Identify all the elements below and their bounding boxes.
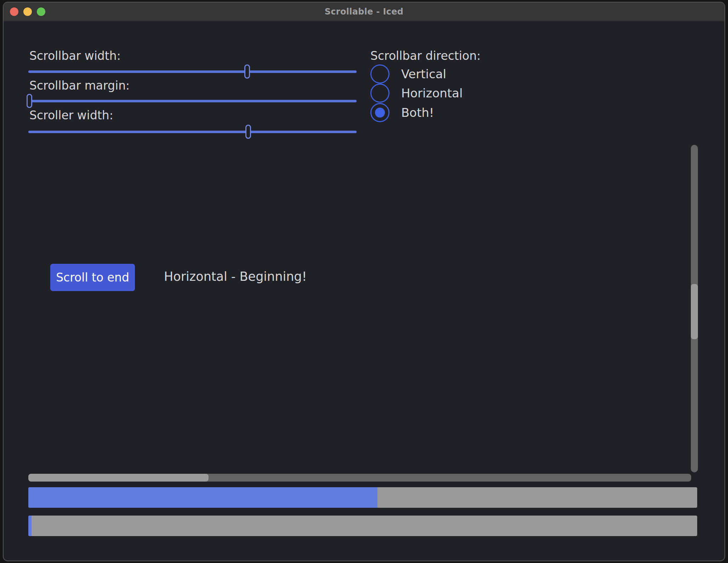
radio-vertical[interactable]: Vertical <box>370 64 446 84</box>
content-area: Scrollbar width: Scrollbar margin: Scrol… <box>4 22 724 561</box>
vertical-scrollbar-thumb[interactable] <box>691 284 698 339</box>
scrollbar-margin-slider[interactable] <box>28 93 357 109</box>
progress-fill <box>28 487 377 508</box>
radio-vertical-label: Vertical <box>401 67 446 81</box>
radio-button-icon[interactable] <box>370 103 389 122</box>
minimize-icon[interactable] <box>23 7 32 16</box>
horizontal-progress-bar <box>28 487 697 508</box>
radio-button-icon[interactable] <box>370 64 389 84</box>
vertical-scrollbar[interactable] <box>691 145 698 472</box>
app-window: Scrollable - Iced Scrollbar width: Scrol… <box>3 2 725 561</box>
zoom-icon[interactable] <box>37 7 45 16</box>
vertical-progress-bar <box>28 516 697 536</box>
scrollbar-width-slider[interactable] <box>28 64 357 79</box>
scroll-status-text: Horizontal - Beginning! <box>164 269 307 284</box>
close-icon[interactable] <box>10 7 18 16</box>
slider-track[interactable] <box>28 70 357 73</box>
horizontal-scrollbar[interactable] <box>28 474 691 482</box>
traffic-lights <box>10 2 45 21</box>
screenshot-root: Scrollable - Iced Scrollbar width: Scrol… <box>0 0 728 563</box>
radio-both[interactable]: Both! <box>370 103 434 122</box>
window-title: Scrollable - Iced <box>325 7 404 17</box>
slider-handle[interactable] <box>245 125 251 139</box>
radio-horizontal[interactable]: Horizontal <box>370 84 463 103</box>
radio-both-label: Both! <box>401 106 434 120</box>
horizontal-scrollbar-thumb[interactable] <box>28 474 209 482</box>
scroller-width-slider[interactable] <box>28 124 357 140</box>
scrollbar-width-label: Scrollbar width: <box>29 49 121 63</box>
scroller-width-label: Scroller width: <box>29 108 113 122</box>
title-bar: Scrollable - Iced <box>4 2 724 22</box>
progress-fill <box>28 516 32 536</box>
slider-track[interactable] <box>28 131 357 133</box>
scroll-to-end-button[interactable]: Scroll to end <box>50 264 135 291</box>
slider-handle[interactable] <box>244 64 250 79</box>
scrollbar-direction-label: Scrollbar direction: <box>370 49 480 63</box>
radio-horizontal-label: Horizontal <box>401 86 463 100</box>
scrollbar-margin-label: Scrollbar margin: <box>29 79 130 92</box>
radio-button-icon[interactable] <box>370 84 389 103</box>
slider-handle[interactable] <box>27 94 32 108</box>
slider-track[interactable] <box>28 100 357 102</box>
